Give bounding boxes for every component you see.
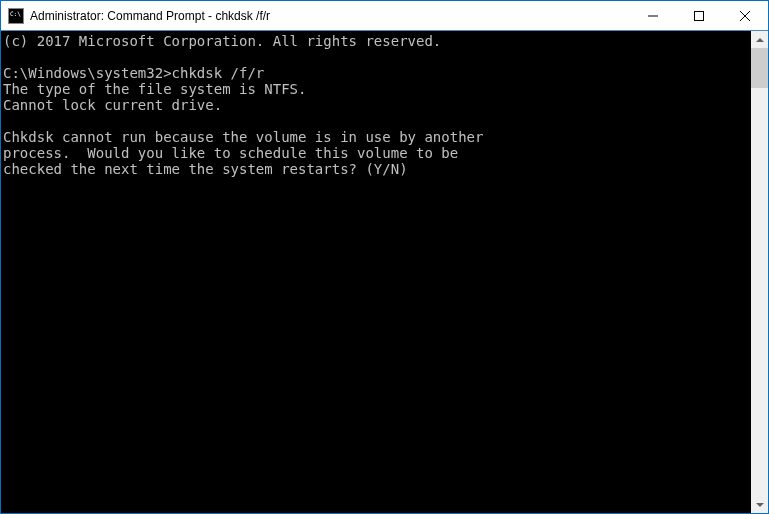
maximize-icon [694, 11, 704, 21]
terminal-line: The type of the file system is NTFS. [3, 81, 749, 97]
client-area: (c) 2017 Microsoft Corporation. All righ… [1, 31, 768, 513]
terminal-line: process. Would you like to schedule this… [3, 145, 749, 161]
terminal-line: C:\Windows\system32>chkdsk /f/r [3, 65, 749, 81]
terminal-line [3, 113, 749, 129]
app-icon: C:\ [8, 8, 24, 24]
chevron-down-icon [756, 501, 764, 509]
window-controls [630, 1, 768, 30]
vertical-scrollbar[interactable] [751, 31, 768, 513]
chevron-up-icon [756, 36, 764, 44]
maximize-button[interactable] [676, 1, 722, 30]
scroll-thumb[interactable] [751, 48, 768, 88]
minimize-button[interactable] [630, 1, 676, 30]
svg-text:C:\: C:\ [10, 10, 21, 17]
terminal-line: checked the next time the system restart… [3, 161, 749, 177]
scroll-down-button[interactable] [751, 496, 768, 513]
minimize-icon [648, 11, 658, 21]
svg-marker-7 [756, 38, 764, 42]
terminal-line: (c) 2017 Microsoft Corporation. All righ… [3, 33, 749, 49]
command-prompt-window: C:\ Administrator: Command Prompt - chkd… [0, 0, 769, 514]
terminal-line: Cannot lock current drive. [3, 97, 749, 113]
terminal-output[interactable]: (c) 2017 Microsoft Corporation. All righ… [1, 31, 751, 513]
svg-marker-8 [756, 503, 764, 507]
scroll-up-button[interactable] [751, 31, 768, 48]
terminal-line: Chkdsk cannot run because the volume is … [3, 129, 749, 145]
close-button[interactable] [722, 1, 768, 30]
svg-rect-3 [648, 15, 658, 16]
titlebar[interactable]: C:\ Administrator: Command Prompt - chkd… [1, 1, 768, 31]
svg-rect-4 [695, 11, 704, 20]
terminal-line [3, 49, 749, 65]
close-icon [740, 11, 750, 21]
window-title: Administrator: Command Prompt - chkdsk /… [30, 9, 270, 23]
